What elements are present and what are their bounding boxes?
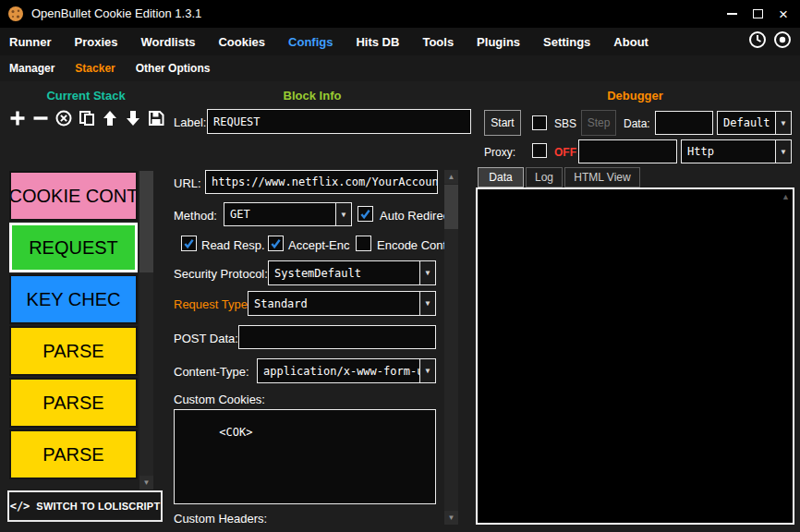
remove-block-icon[interactable] <box>30 108 51 128</box>
stack-block-label: REQUEST <box>29 237 118 259</box>
method-value: GET <box>230 208 250 221</box>
post-data-caption: POST Data: <box>174 332 238 345</box>
chevron-down-icon[interactable] <box>775 112 791 134</box>
read-response-checkbox[interactable] <box>181 236 197 251</box>
tab-log[interactable]: Log <box>526 167 563 187</box>
proxy-type-dropdown[interactable]: Http <box>681 139 792 163</box>
security-protocol-dropdown[interactable]: SystemDefault <box>268 260 436 285</box>
stack-toolbar <box>7 108 166 128</box>
stack-block-parse-2[interactable]: PARSE <box>9 378 138 428</box>
debugger-output[interactable] <box>476 187 794 525</box>
stack-scrollbar-thumb[interactable] <box>139 171 153 272</box>
tab-stacker[interactable]: Stacker <box>75 62 115 75</box>
block-info-scrollbar-thumb[interactable] <box>444 185 458 229</box>
menu-item-settings[interactable]: Settings <box>543 35 590 49</box>
tab-html-view-label: HTML View <box>574 171 630 184</box>
close-button[interactable]: × <box>770 0 796 28</box>
tab-html-view[interactable]: HTML View <box>564 167 640 187</box>
debugger-scroll-up-icon[interactable] <box>782 192 790 201</box>
bullet-target-icon[interactable] <box>772 30 793 54</box>
content-type-caption: Content-Type: <box>174 365 249 379</box>
switch-to-loliscript-button[interactable]: </> SWITCH TO LOLISCRIPT <box>7 490 163 522</box>
proxy-checkbox[interactable] <box>532 143 547 158</box>
check-icon <box>183 237 195 249</box>
request-type-dropdown[interactable]: Standard <box>248 291 436 316</box>
clock-history-icon[interactable] <box>747 30 768 54</box>
sbs-checkbox[interactable] <box>532 115 547 130</box>
stack-block-label: PARSE <box>42 341 103 362</box>
switch-button-label: SWITCH TO LOLISCRIPT <box>36 501 160 512</box>
maximize-icon <box>753 9 763 18</box>
auto-redirect-checkbox[interactable] <box>358 206 373 222</box>
menu-item-wordlists[interactable]: Wordlists <box>140 35 195 49</box>
stack-block-parse-3[interactable]: PARSE <box>9 429 138 479</box>
stack-block-cookie-container[interactable]: COOKIE CONT <box>9 171 138 221</box>
url-input[interactable]: https://www.netflix.com/YourAccount <box>205 170 438 194</box>
content-type-value: application/x-www-form-urlencoded <box>263 365 436 378</box>
block-label-input[interactable]: REQUEST <box>207 109 471 134</box>
move-up-icon[interactable] <box>100 108 120 128</box>
clear-stack-icon[interactable] <box>54 108 74 128</box>
block-label-value: REQUEST <box>213 115 261 128</box>
stack-block-parse-1[interactable]: PARSE <box>9 326 138 376</box>
menu-item-proxies[interactable]: Proxies <box>75 35 118 49</box>
menu-item-tools[interactable]: Tools <box>422 35 454 49</box>
start-button[interactable]: Start <box>484 110 521 136</box>
menu-item-configs[interactable]: Configs <box>288 35 333 49</box>
stack-block-label: PARSE <box>42 393 103 414</box>
menu-item-hitsdb[interactable]: Hits DB <box>356 35 399 49</box>
custom-cookies-caption: Custom Cookies: <box>174 393 265 406</box>
maximize-button[interactable] <box>745 0 770 28</box>
read-response-label: Read Resp. <box>201 238 265 252</box>
duplicate-block-icon[interactable] <box>77 108 97 128</box>
step-button-label: Step <box>588 116 611 129</box>
menu-item-about[interactable]: About <box>613 35 648 49</box>
stack-scroll-down-icon[interactable] <box>139 476 153 490</box>
chevron-down-icon[interactable] <box>419 261 435 284</box>
add-block-icon[interactable] <box>7 108 28 128</box>
debugger-data-input[interactable] <box>655 111 713 135</box>
stack-block-key-check[interactable]: KEY CHEC <box>9 274 138 324</box>
minimize-button[interactable] <box>719 0 745 28</box>
security-protocol-value: SystemDefault <box>274 267 361 280</box>
tab-other-options[interactable]: Other Options <box>136 62 211 75</box>
wordlist-type-value: Default <box>723 116 770 129</box>
custom-cookies-textarea[interactable]: <COK> <box>174 409 436 504</box>
url-value: https://www.netflix.com/YourAccount <box>212 175 438 188</box>
move-down-icon[interactable] <box>123 108 143 128</box>
close-icon: × <box>779 6 788 22</box>
menu-bar-icons <box>747 30 793 54</box>
chevron-down-icon[interactable] <box>335 203 351 225</box>
post-data-input[interactable] <box>238 325 436 349</box>
menu-item-plugins[interactable]: Plugins <box>477 35 520 49</box>
chevron-down-icon[interactable] <box>419 359 435 382</box>
encode-content-checkbox[interactable] <box>356 236 371 251</box>
request-type-caption: Request Type: <box>174 297 251 311</box>
tab-data[interactable]: Data <box>478 167 524 187</box>
chevron-down-icon[interactable] <box>775 140 791 163</box>
start-button-label: Start <box>491 116 514 129</box>
accept-encoding-checkbox[interactable] <box>268 236 284 251</box>
block-label-caption: Label: <box>174 115 206 129</box>
block-info-scroll-up-icon[interactable] <box>444 170 458 184</box>
stack-block-request[interactable]: REQUEST <box>9 223 138 272</box>
block-info-scroll-down-icon[interactable] <box>444 511 458 525</box>
chevron-down-icon[interactable] <box>419 292 435 315</box>
method-dropdown[interactable]: GET <box>224 202 352 226</box>
tab-log-label: Log <box>535 171 553 184</box>
request-type-value: Standard <box>254 297 308 310</box>
menu-item-cookies[interactable]: Cookies <box>218 35 265 49</box>
app-window: OpenBullet Cookie Edition 1.3.1 × Runner… <box>0 0 800 532</box>
code-icon: </> <box>10 500 30 513</box>
content-type-dropdown[interactable]: application/x-www-form-urlencoded <box>257 358 436 383</box>
debugger-header: Debugger <box>476 89 794 103</box>
menu-item-runner[interactable]: Runner <box>9 35 52 49</box>
step-button[interactable]: Step <box>581 110 616 136</box>
wordlist-type-dropdown[interactable]: Default <box>717 111 792 135</box>
tab-manager[interactable]: Manager <box>9 62 55 75</box>
proxy-input[interactable] <box>578 139 677 163</box>
custom-cookies-value: <COK> <box>219 426 252 439</box>
save-config-icon[interactable] <box>146 108 166 128</box>
proxy-status: OFF <box>554 146 576 159</box>
security-protocol-caption: Security Protocol: <box>174 267 268 281</box>
